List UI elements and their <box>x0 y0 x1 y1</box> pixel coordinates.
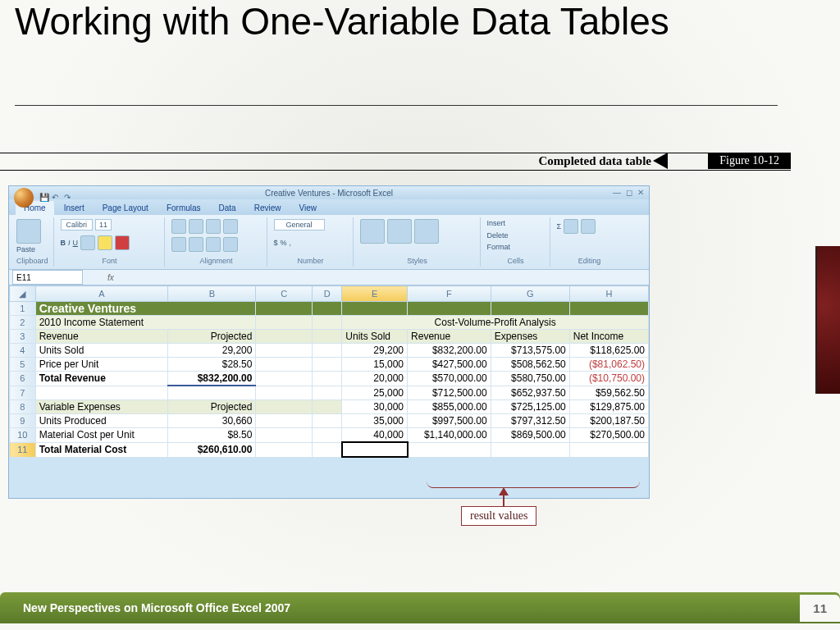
title-underline <box>15 105 778 106</box>
figure-arrow-icon <box>653 153 668 169</box>
bold-icon[interactable]: B <box>61 239 66 247</box>
tab-data[interactable]: Data <box>211 201 244 215</box>
tab-review[interactable]: Review <box>246 201 290 215</box>
cell-styles-icon[interactable] <box>414 219 439 244</box>
cell-title[interactable]: Creative Ventures <box>35 302 256 316</box>
row-hdr-11[interactable]: 11 <box>10 442 36 457</box>
window-title: Creative Ventures - Microsoft Excel <box>265 189 393 198</box>
row-hdr-8[interactable]: 8 <box>10 400 36 414</box>
fx-icon[interactable]: fx <box>107 273 114 282</box>
format-as-table-icon[interactable] <box>387 219 412 244</box>
select-all-corner[interactable]: ◢ <box>10 286 36 302</box>
row-hdr-10[interactable]: 10 <box>10 428 36 443</box>
number-format-input[interactable]: General <box>274 219 325 231</box>
cell-cvp-title[interactable]: Cost-Volume-Profit Analysis <box>342 316 649 330</box>
group-label-styles: Styles <box>360 257 475 265</box>
col-hdr-a[interactable]: A <box>35 286 168 302</box>
group-font: Calibri 11 B I U Font <box>56 217 165 267</box>
col-hdr-e[interactable]: E <box>342 286 408 302</box>
align-bottom-icon[interactable] <box>206 219 221 234</box>
minimize-icon[interactable]: — <box>613 188 621 197</box>
group-label-clipboard: Clipboard <box>16 257 48 265</box>
ribbon: Paste Clipboard Calibri 11 B I U Font Al… <box>9 215 649 270</box>
fill-color-icon[interactable] <box>98 235 112 250</box>
col-hdr-f[interactable]: F <box>408 286 491 302</box>
row-hdr-9[interactable]: 9 <box>10 414 36 428</box>
selected-cell-e11[interactable] <box>342 442 408 457</box>
col-hdr-g[interactable]: G <box>491 286 569 302</box>
orientation-icon[interactable] <box>223 219 238 234</box>
underline-icon[interactable]: U <box>73 239 79 247</box>
name-box[interactable]: E11 <box>12 270 83 285</box>
undo-icon[interactable]: ↶ <box>52 193 62 203</box>
callout-line <box>503 495 504 507</box>
row-hdr-3[interactable]: 3 <box>10 330 36 344</box>
col-hdr-c[interactable]: C <box>256 286 313 302</box>
border-icon[interactable] <box>80 235 95 250</box>
formula-bar: E11 fx <box>9 270 649 285</box>
tab-page-layout[interactable]: Page Layout <box>94 201 157 215</box>
group-label-alignment: Alignment <box>171 257 262 265</box>
footer-page-number: 11 <box>800 595 840 622</box>
redo-icon[interactable]: ↷ <box>64 193 74 203</box>
col-hdr-d[interactable]: D <box>313 286 342 302</box>
tab-view[interactable]: View <box>290 201 325 215</box>
slide-footer: New Perspectives on Microsoft Office Exc… <box>0 592 840 623</box>
slide-title: Working with One-Variable Data Tables <box>15 0 669 43</box>
paste-icon[interactable] <box>16 219 41 244</box>
group-cells: Insert Delete Format Cells <box>482 217 550 267</box>
row-hdr-4[interactable]: 4 <box>10 344 36 358</box>
footer-text: New Perspectives on Microsoft Office Exc… <box>23 601 290 614</box>
find-select-icon[interactable] <box>581 219 596 234</box>
title-bar: Creative Ventures - Microsoft Excel — ◻ … <box>9 186 649 199</box>
italic-icon[interactable]: I <box>68 239 71 247</box>
col-hdr-h[interactable]: H <box>569 286 648 302</box>
align-left-icon[interactable] <box>171 237 186 252</box>
figure-label: Figure 10-12 <box>708 153 791 169</box>
excel-window: 💾 ↶ ↷ Creative Ventures - Microsoft Exce… <box>8 185 650 499</box>
autosum-icon[interactable]: Σ <box>557 222 562 231</box>
maximize-icon[interactable]: ◻ <box>626 188 632 197</box>
conditional-formatting-icon[interactable] <box>360 219 385 244</box>
office-button-icon[interactable] <box>14 188 34 208</box>
font-color-icon[interactable] <box>115 235 130 250</box>
align-top-icon[interactable] <box>171 219 186 234</box>
align-mid-icon[interactable] <box>189 219 203 234</box>
figure-bar <box>0 153 791 171</box>
group-label-number: Number <box>274 257 348 265</box>
paste-label: Paste <box>16 245 48 253</box>
side-decoration <box>815 246 840 394</box>
format-cells-button[interactable]: Format <box>487 243 545 251</box>
font-name-input[interactable]: Calibri <box>61 219 94 231</box>
percent-icon[interactable]: % <box>281 239 287 247</box>
delete-cells-button[interactable]: Delete <box>487 231 545 240</box>
figure-caption: Completed data table <box>539 153 652 169</box>
tab-formulas[interactable]: Formulas <box>158 201 209 215</box>
row-hdr-1[interactable]: 1 <box>10 302 36 316</box>
ribbon-tabs: Home Insert Page Layout Formulas Data Re… <box>9 199 649 215</box>
col-hdr-b[interactable]: B <box>168 286 256 302</box>
row-hdr-2[interactable]: 2 <box>10 316 36 330</box>
row-hdr-5[interactable]: 5 <box>10 358 36 372</box>
row-hdr-7[interactable]: 7 <box>10 386 36 400</box>
indent-icon[interactable] <box>223 237 238 252</box>
sort-filter-icon[interactable] <box>564 219 578 234</box>
row-hdr-6[interactable]: 6 <box>10 372 36 386</box>
spreadsheet-grid[interactable]: ◢ A B C D E F G H 1Creative Ventures 220… <box>9 285 649 458</box>
quick-access-toolbar: 💾 ↶ ↷ <box>14 188 74 208</box>
callout-arrow-icon <box>499 487 509 495</box>
align-center-icon[interactable] <box>189 237 203 252</box>
group-editing: Σ Editing <box>552 217 628 267</box>
insert-cells-button[interactable]: Insert <box>487 219 545 227</box>
close-icon[interactable]: ✕ <box>637 188 644 197</box>
font-size-input[interactable]: 11 <box>95 219 112 231</box>
currency-icon[interactable]: $ <box>274 239 278 247</box>
align-right-icon[interactable] <box>206 237 221 252</box>
group-label-font: Font <box>61 257 159 265</box>
group-alignment: Alignment <box>167 217 267 267</box>
comma-icon[interactable]: , <box>290 239 292 247</box>
brace-icon <box>427 477 640 488</box>
window-controls: — ◻ ✕ <box>613 188 644 197</box>
cell-subtitle[interactable]: 2010 Income Statement <box>35 316 256 330</box>
save-icon[interactable]: 💾 <box>39 193 49 203</box>
